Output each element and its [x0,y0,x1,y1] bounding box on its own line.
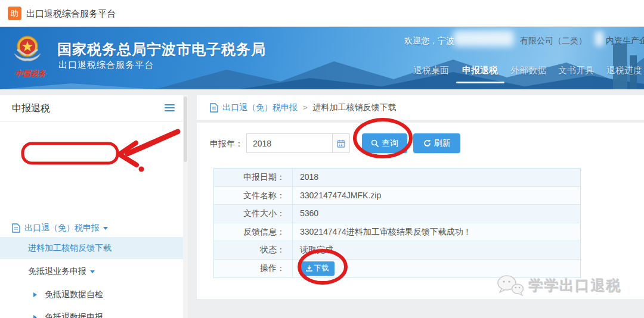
row-value: 3302147474JMFK.zip [293,187,580,205]
query-button-label: 查询 [382,138,398,149]
breadcrumb-parent-link[interactable]: 出口退（免）税申报 [222,102,298,113]
emblem-caption: 中国税务 [7,68,54,79]
chevron-down-icon [90,270,95,276]
nav-tab-declare-refund[interactable]: 申报退税 [462,65,498,76]
sidebar-scrollbar[interactable] [183,95,188,318]
sidebar-item-label: 进料加工核销反馈下载 [28,243,112,254]
table-row: 申报日期： 2018 [214,169,580,187]
company-type: 内资生产企业 [606,36,644,46]
row-label: 状态： [214,241,293,259]
chevron-down-icon [103,227,108,232]
sidebar-item-mdt-data-declare[interactable]: 免抵退数据申报 [0,308,183,318]
sidebar-item-label: 出口退（免）税申报 [24,223,100,233]
sidebar-item-mdt-business[interactable]: 免抵退业务申报 [0,263,183,280]
refresh-button[interactable]: 刷新 [413,133,460,153]
search-icon [371,139,379,147]
app-icon: 助 [8,7,21,20]
breadcrumb: 出口退（免）税申报 > 进料加工核销反馈下载 [197,95,644,120]
org-title: 国家税务总局宁波市电子税务局 [57,40,266,59]
active-tab-underline [456,82,504,83]
nav-tab-document-issue[interactable]: 文书开具 [558,65,594,76]
sidebar-item-export-tax-declare[interactable]: 出口退（免）税申报 [0,219,183,237]
site-header: 中国税务 国家税务总局宁波市电子税务局 出口退税综合服务平台 欢迎您，宁波 有限… [0,27,644,89]
sidebar-title: 申报退税 [12,95,50,121]
table-row: 反馈信息： 3302147474进料加工审核结果反馈下载成功！ [214,223,580,242]
row-value: 3302147474进料加工审核结果反馈下载成功！ [293,223,580,241]
year-input[interactable] [246,133,332,153]
sidebar: 申报退税 出口退（免）税申报 进料加工核销反馈下载 免抵退业务申报 免抵退数据自… [0,95,188,318]
watermark-text: 学学出口退税 [529,276,622,295]
download-icon [306,265,312,272]
table-row: 文件名称： 3302147474JMFK.zip [214,187,580,205]
sidebar-item-label: 免抵退业务申报 [28,266,86,277]
platform-subtitle: 出口退税综合服务平台 [58,60,154,71]
download-button-label: 下载 [314,263,329,273]
wechat-bubbles-icon [497,275,524,297]
feedback-detail-table: 申报日期： 2018 文件名称： 3302147474JMFK.zip 文件大小… [213,168,581,278]
table-row: 文件大小： 5360 [214,205,580,223]
row-label: 反馈信息： [214,223,293,241]
sidebar-item-label: 免抵退数据自检 [45,289,103,300]
triangle-right-icon [33,315,39,318]
browser-topbar: 助 出口退税综合服务平台 [0,0,644,27]
page-root: 助 出口退税综合服务平台 中国税务 国家税务总局宁波市电子税务局 出口退税综合服… [0,0,644,318]
company-suffix: 有限公司（二类） [520,36,587,46]
redacted-company-name [453,30,514,46]
sidebar-item-label: 免抵退数据申报 [45,312,103,318]
row-value: 5360 [293,205,580,223]
nav-tab-external-data[interactable]: 外部数据 [510,65,546,76]
sidebar-header: 申报退税 [0,95,183,121]
watermark: 学学出口退税 [497,275,622,297]
document-icon [12,223,20,233]
welcome-text: 欢迎您，宁波 [404,36,454,46]
sidebar-item-jinliao-feedback-download[interactable]: 进料加工核销反馈下载 [0,237,183,259]
menu-collapse-icon[interactable] [165,104,175,112]
calendar-addon[interactable] [332,133,350,153]
app-icon-char: 助 [11,9,18,18]
calendar-icon [337,139,345,148]
triangle-right-icon [33,292,39,297]
row-label: 文件大小： [214,205,293,223]
breadcrumb-separator: > [303,103,308,112]
redacted-fragment [595,32,603,46]
table-row: 状态： 读取完成 [214,241,580,260]
row-label: 文件名称： [214,187,293,205]
breadcrumb-current: 进料加工核销反馈下载 [313,102,397,113]
download-button[interactable]: 下载 [300,261,335,276]
row-value: 2018 [293,169,580,186]
nav-tab-refund-progress[interactable]: 退税进度 [606,65,642,76]
nav-tab-refund-desktop[interactable]: 退税桌面 [413,65,449,76]
row-label: 操作： [214,260,293,278]
topbar-title: 出口退税综合服务平台 [26,0,116,27]
refresh-icon [423,139,431,147]
sidebar-item-mdt-self-check[interactable]: 免抵退数据自检 [0,286,183,304]
refresh-button-label: 刷新 [434,138,451,149]
query-button[interactable]: 查询 [362,133,407,153]
row-label: 申报日期： [214,169,293,186]
main-panel: 申报年： 查询 刷新 [197,123,644,299]
tax-bureau-emblem [12,33,43,67]
row-value: 读取完成 [293,241,580,259]
year-label: 申报年： [210,139,243,149]
document-icon [210,103,218,113]
